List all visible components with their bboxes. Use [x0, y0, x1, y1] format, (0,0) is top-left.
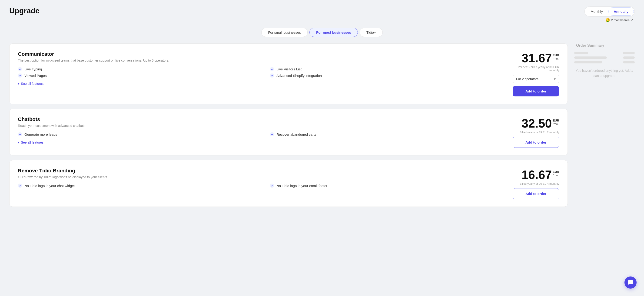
check-icon [270, 132, 274, 136]
feature-label: No Tidio logo in your email footer [276, 184, 327, 188]
feature-viewed-pages: Viewed Pages [18, 73, 260, 78]
billing-toggle-area: Monthly Annually 🤑 2 months free ↗ [584, 6, 635, 22]
checkmark-svg [19, 185, 22, 187]
header-row: Upgrade Monthly Annually 🤑 2 months free… [9, 6, 635, 22]
chat-fab[interactable] [624, 277, 636, 289]
chevron-down-icon: ▾ [18, 82, 20, 85]
chatbots-info: Chatbots Reach your customers with advan… [18, 116, 513, 144]
branding-info: Remove Tidio Branding Our "Powered by Ti… [18, 168, 513, 192]
order-summary-panel: Order Summary You haven't ordered anythi… [574, 43, 635, 287]
see-all-label: See all features [21, 82, 44, 85]
summary-bar [623, 52, 635, 54]
communicator-period: /mo. [553, 57, 559, 60]
main-content: Communicator The best option for mid-siz… [9, 43, 635, 287]
summary-empty-text: You haven't ordered anything yet. Add a … [574, 68, 635, 78]
chatbots-add-button[interactable]: Add to order [513, 137, 559, 148]
checkmark-svg [19, 68, 22, 70]
communicator-currency: EUR [553, 53, 559, 57]
branding-price-meta: EUR /mo. [553, 169, 559, 177]
checkmark-svg [271, 185, 274, 187]
summary-bar [623, 61, 635, 63]
operator-select-label: For 2 operators [516, 77, 538, 81]
chatbots-description: Reach your customers with advanced chatb… [18, 124, 513, 128]
check-icon [18, 132, 22, 136]
chatbots-currency: EUR [553, 119, 559, 122]
promo-badge: 🤑 2 months free ↗ [606, 18, 634, 22]
communicator-price-value: 31.67 [522, 52, 552, 64]
communicator-add-button[interactable]: Add to order [513, 86, 559, 96]
chevron-down-icon: ▾ [18, 141, 20, 144]
chatbots-name: Chatbots [18, 116, 513, 122]
chatbots-price-note: Billed yearly or 39 EUR monthly [520, 131, 559, 134]
communicator-price-main: 31.67 EUR /mo. [522, 52, 559, 64]
branding-add-button[interactable]: Add to order [513, 188, 559, 199]
summary-row-3 [574, 61, 635, 63]
plans-list: Communicator The best option for mid-siz… [9, 43, 568, 287]
feature-label: Live Visitors List [276, 67, 302, 71]
summary-bar [623, 56, 635, 59]
feature-shopify: Advanced Shopify integration [270, 73, 513, 78]
chatbots-price-meta: EUR /mo. [553, 117, 559, 126]
operator-select[interactable]: For 2 operators ▾ [513, 75, 559, 83]
monthly-toggle[interactable]: Monthly [586, 7, 608, 15]
summary-bar [574, 61, 602, 63]
check-icon [270, 73, 274, 78]
chatbots-pricing: 32.50 EUR /mo. Billed yearly or 39 EUR m… [513, 116, 559, 148]
feature-generate-leads: Generate more leads [18, 132, 260, 136]
feature-no-chat-logo: No Tidio logo in your chat widget [18, 184, 260, 188]
checkmark-svg [19, 74, 22, 77]
check-icon [270, 67, 274, 71]
summary-placeholder [574, 52, 635, 63]
branding-card: Remove Tidio Branding Our "Powered by Ti… [9, 160, 568, 207]
chatbots-card: Chatbots Reach your customers with advan… [9, 109, 568, 155]
communicator-card: Communicator The best option for mid-siz… [9, 43, 568, 104]
communicator-name: Communicator [18, 51, 513, 57]
checkmark-svg [19, 133, 22, 136]
check-icon [18, 184, 22, 188]
checkmark-svg [271, 74, 274, 77]
communicator-price-meta: EUR /mo. [553, 52, 559, 60]
communicator-info: Communicator The best option for mid-siz… [18, 51, 513, 85]
branding-name: Remove Tidio Branding [18, 168, 513, 174]
branding-price-value: 16.67 [522, 169, 552, 181]
feature-label: Advanced Shopify integration [276, 74, 322, 78]
order-summary-title: Order Summary [574, 43, 635, 48]
checkmark-svg [271, 133, 274, 136]
feature-no-email-logo: No Tidio logo in your email footer [270, 184, 513, 188]
feature-label: Generate more leads [24, 132, 57, 136]
summary-row-2 [574, 56, 635, 59]
feature-label: Viewed Pages [24, 74, 47, 78]
communicator-pricing: 31.67 EUR /mo. Per seat · billed yearly … [513, 51, 559, 96]
feature-label: Live Typing [24, 67, 42, 71]
checkmark-svg [271, 68, 274, 70]
branding-features: No Tidio logo in your chat widget No Tid… [18, 184, 513, 188]
billing-toggle: Monthly Annually [584, 6, 635, 16]
plan-tabs: For small businesses For most businesses… [9, 28, 635, 37]
summary-row-1 [574, 52, 635, 54]
communicator-price-note: Per seat · billed yearly or 38 EUR month… [513, 65, 559, 72]
page-title: Upgrade [9, 6, 40, 15]
chatbots-features: Generate more leads Recover abandoned ca… [18, 132, 513, 136]
chatbots-period: /mo. [553, 122, 559, 126]
chevron-down-icon: ▾ [554, 77, 556, 81]
check-icon [18, 73, 22, 78]
tab-tidio-plus[interactable]: Tidio+ [360, 28, 383, 37]
feature-live-visitors: Live Visitors List [270, 67, 513, 71]
branding-price-note: Billed yearly or 20 EUR monthly [520, 182, 559, 185]
branding-currency: EUR [553, 170, 559, 174]
communicator-see-all[interactable]: ▾ See all features [18, 82, 513, 85]
chatbots-see-all[interactable]: ▾ See all features [18, 141, 513, 144]
communicator-description: The best option for mid-sized teams that… [18, 58, 513, 62]
summary-bar [574, 52, 588, 54]
branding-price-main: 16.67 EUR /mo. [522, 169, 559, 181]
promo-arrow: ↗ [631, 18, 633, 22]
tab-small-businesses[interactable]: For small businesses [261, 28, 308, 37]
promo-text: 2 months free [611, 18, 630, 22]
tab-most-businesses[interactable]: For most businesses [310, 28, 358, 37]
feature-live-typing: Live Typing [18, 67, 260, 71]
promo-emoji: 🤑 [606, 18, 610, 22]
annually-toggle[interactable]: Annually [608, 7, 634, 15]
branding-period: /mo. [553, 174, 559, 177]
summary-bar [574, 56, 607, 59]
chatbots-price-value: 32.50 [522, 117, 552, 129]
